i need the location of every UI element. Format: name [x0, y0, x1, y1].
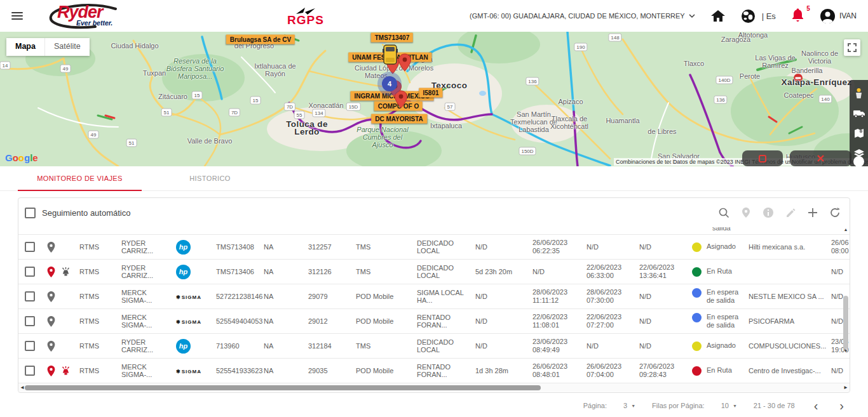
- row-checkbox[interactable]: [25, 291, 35, 301]
- sigma-logo: ✱SIGMA: [176, 319, 201, 325]
- next-page-button[interactable]: ›: [837, 400, 846, 411]
- hp-logo: hp: [176, 240, 191, 255]
- cell-client: RYDER CARRIZ...: [121, 338, 176, 354]
- search-icon[interactable]: [718, 207, 729, 218]
- home-icon[interactable]: [710, 9, 726, 23]
- road-shield: 15: [250, 96, 261, 105]
- map-fab-dot[interactable]: [853, 156, 864, 166]
- tab-historico[interactable]: HISTORICO: [142, 166, 278, 190]
- cell-trip-id: 525549404053: [216, 317, 264, 325]
- map-place-label: Apizaco: [558, 98, 583, 105]
- add-icon[interactable]: [808, 208, 818, 218]
- map-place-label: Valle de Bravo: [187, 137, 233, 145]
- cell-trip-id: 527221238146: [216, 293, 264, 300]
- cell-na: NA: [264, 342, 308, 350]
- map-trip-label[interactable]: DC MAYORISTA: [371, 114, 427, 124]
- map-place-label: Parque Nacional Cumbres del Ajusco: [352, 126, 413, 149]
- cell-type: RTMS: [79, 293, 121, 300]
- table-row[interactable]: RTMS RYDER CARRIZ... hp TMS713408 NA 312…: [18, 235, 850, 260]
- cell-ref: 312257: [308, 243, 356, 251]
- cell-end: N/D: [639, 342, 692, 350]
- cell-system: TMS: [356, 243, 417, 251]
- cell-start: 28/06/2023 07:30:00: [587, 288, 639, 305]
- language-indicator[interactable]: | Es: [762, 11, 776, 21]
- row-checkbox[interactable]: [25, 267, 35, 277]
- rgps-logo: RGPS: [287, 6, 324, 25]
- rows-per-page-select[interactable]: 10▼: [721, 402, 737, 409]
- cell-service: DEDICADO LOCAL: [417, 338, 475, 354]
- auto-follow-checkbox[interactable]: [25, 208, 36, 218]
- map-trip-label[interactable]: Bruluagsa SA de CV: [226, 35, 295, 44]
- cell-end: 22/06/2023 13:36:41: [639, 263, 692, 280]
- map-place-label: Reserva de la Biósfera Santuario Maripos…: [165, 57, 226, 80]
- row-checkbox[interactable]: [25, 242, 35, 252]
- map-button[interactable]: Mapa: [6, 38, 44, 56]
- table-row[interactable]: RTMS RYDER CARRIZ... hp TMS713406 NA 312…: [18, 260, 850, 284]
- overlay-close-button[interactable]: [790, 150, 851, 166]
- map-place-label: Toluca de Lerdo: [281, 121, 332, 136]
- cell-client: RYDER CARRIZ...: [121, 264, 176, 279]
- cell-service: RENTADO FORAN...: [417, 314, 475, 329]
- tab-monitoreo-de-viajes[interactable]: MONITOREO DE VIAJES: [18, 166, 142, 190]
- cell-client: MERCK SIGMA-...: [121, 363, 176, 378]
- vertical-scrollbar[interactable]: ▲ ▼: [843, 227, 849, 353]
- table-row[interactable]: RTMS MERCK SIGMA-... ✱SIGMA 525541933623…: [18, 359, 850, 383]
- road-shield: 51: [161, 109, 172, 117]
- table-row[interactable]: RTMS RYDER CARRIZ... hp 713960 NA 312184…: [18, 334, 850, 359]
- info-icon[interactable]: [763, 207, 774, 218]
- cell-start: N/D: [587, 342, 639, 350]
- map-place-label: Huamantla: [606, 117, 639, 124]
- map-route-icon[interactable]: [854, 128, 864, 138]
- row-checkbox[interactable]: [25, 316, 35, 326]
- notifications-button[interactable]: 5: [791, 8, 804, 25]
- app-header: Ryder Ever better. RGPS (GMT-06: 00) GUA…: [0, 0, 868, 32]
- map-place-label: Zitácuaro: [158, 93, 187, 100]
- row-checkbox[interactable]: [25, 341, 35, 351]
- locate-icon[interactable]: [741, 207, 751, 218]
- cell-delay: N/D: [475, 342, 532, 350]
- row-checkbox[interactable]: [25, 366, 35, 376]
- table-row[interactable]: RTMS MERCK SIGMA-... ✱SIGMA 525549404053…: [18, 309, 850, 334]
- map-truck-marker[interactable]: [382, 44, 398, 68]
- menu-icon[interactable]: [11, 12, 23, 20]
- pegman-icon[interactable]: [855, 88, 863, 98]
- satellite-button[interactable]: Satélite: [44, 38, 90, 56]
- horizontal-scrollbar[interactable]: ◄ ►: [18, 383, 850, 392]
- row-pin-icon: [46, 266, 56, 278]
- map-trip-label[interactable]: TMS713407: [371, 33, 413, 43]
- cell-client: MERCK SIGMA-...: [121, 289, 176, 304]
- prev-page-button[interactable]: ‹: [811, 400, 821, 411]
- map-canvas[interactable]: 1449491551517D157D5513415D57136150D19014…: [0, 32, 868, 166]
- ryder-logo: Ryder Ever better.: [39, 3, 128, 29]
- cell-ref: 29079: [308, 293, 356, 300]
- cell-end: N/D: [639, 293, 692, 301]
- truck-tool-icon[interactable]: [853, 109, 865, 117]
- row-pin-icon: [46, 365, 56, 377]
- timezone-selector[interactable]: (GMT-06: 00) GUADALAJARA, CIUDAD DE MÉXI…: [470, 12, 695, 20]
- status-label: En Ruta: [707, 267, 732, 275]
- fullscreen-button[interactable]: [844, 39, 860, 56]
- user-menu[interactable]: IVAN: [820, 8, 857, 24]
- globe-icon[interactable]: [741, 9, 756, 23]
- road-shield: 134: [312, 109, 325, 117]
- status-badge: En Ruta: [692, 366, 749, 376]
- pagination-range: 21 - 30 de 78: [754, 402, 795, 409]
- overlay-record-button[interactable]: [742, 150, 783, 166]
- cell-logo: ✱SIGMA: [176, 367, 216, 374]
- cell-system: POD Mobile: [356, 317, 417, 325]
- status-badge: Asignado: [692, 341, 749, 351]
- map-pin-icon[interactable]: [398, 53, 412, 75]
- map-pin-icon[interactable]: [394, 90, 408, 112]
- cell-na: NA: [264, 243, 308, 251]
- map-cluster-marker[interactable]: 4: [382, 76, 397, 91]
- tab-bar: MONITOREO DE VIAJES HISTORICO: [0, 166, 868, 191]
- cell-logo: hp: [176, 240, 216, 255]
- page-select[interactable]: 3▼: [623, 402, 635, 409]
- edit-icon[interactable]: [785, 208, 796, 218]
- table-row[interactable]: RTMS MERCK SIGMA-... ✱SIGMA 527221238146…: [18, 284, 850, 309]
- cell-ref: 312126: [308, 268, 356, 275]
- map-trip-label[interactable]: I5801: [419, 88, 442, 98]
- cell-scheduled: N/D: [532, 268, 587, 276]
- refresh-icon[interactable]: [829, 207, 841, 218]
- google-logo: Google: [5, 152, 38, 163]
